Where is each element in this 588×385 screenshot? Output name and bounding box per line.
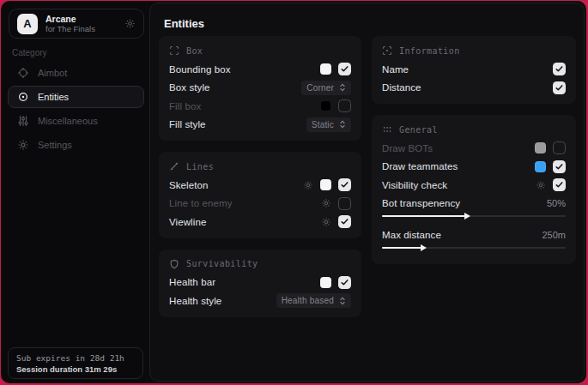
sidebar: A Arcane for The Finals Category [1, 1, 149, 383]
lines-card: Lines Skeleton [159, 152, 361, 238]
bounding-box-checkbox[interactable] [338, 63, 351, 75]
distance-checkbox[interactable] [553, 81, 566, 94]
information-card-header: Information [382, 44, 566, 57]
max-distance-value: 250m [542, 230, 566, 240]
slider-fill [382, 215, 466, 217]
app-name: Arcane [45, 14, 95, 24]
app-subtitle: for The Finals [45, 24, 95, 33]
slider-thumb[interactable] [464, 213, 470, 220]
general-card-header: General [382, 123, 566, 136]
setting-row-fill-style: Fill style Static [169, 116, 351, 135]
visibility-config-gear-icon[interactable] [536, 180, 546, 190]
sidebar-item-entities[interactable]: Entities [8, 86, 144, 108]
card-title: General [399, 125, 438, 135]
setting-row-draw-teammates: Draw teammates [382, 158, 566, 177]
setting-row-line-to-enemy: Line to enemy [169, 195, 351, 214]
setting-row-fill-box: Fill box [169, 97, 351, 116]
sidebar-item-settings[interactable]: Settings [8, 134, 144, 156]
check-icon [341, 218, 349, 226]
health-style-dropdown[interactable]: Health based [276, 293, 351, 308]
chevron-updown-icon [339, 120, 346, 129]
check-icon [555, 65, 563, 73]
entities-icon [17, 91, 29, 103]
box-style-dropdown[interactable]: Corner [301, 81, 351, 95]
visibility-check-checkbox[interactable] [553, 178, 566, 191]
card-title: Survivability [186, 259, 258, 268]
color-swatch[interactable] [535, 161, 546, 172]
color-swatch[interactable] [320, 63, 331, 75]
sidebar-item-label: Entities [38, 92, 69, 102]
category-label: Category [12, 48, 47, 57]
left-column: Box Bounding box Box style [159, 36, 361, 328]
sidebar-nav: Aimbot Entities [8, 62, 144, 156]
sidebar-item-label: Settings [38, 140, 72, 150]
color-swatch[interactable] [320, 277, 331, 288]
chevron-updown-icon [339, 297, 346, 305]
health-bar-checkbox[interactable] [338, 276, 351, 289]
box-corners-icon [169, 45, 179, 56]
setting-row-distance: Distance [382, 79, 566, 98]
app-title-block: Arcane for The Finals [45, 14, 95, 33]
viewline-checkbox[interactable] [338, 215, 351, 228]
app-header-card: A Arcane for The Finals [9, 9, 144, 39]
draw-bots-checkbox[interactable] [553, 141, 566, 154]
app-window: A Arcane for The Finals Category [1, 1, 586, 383]
line-to-enemy-checkbox[interactable] [338, 197, 351, 210]
sub-expires-text: Sub expires in 28d 21h [16, 353, 135, 363]
box-card-header: Box [169, 44, 351, 57]
skeleton-config-gear-icon[interactable] [303, 180, 313, 190]
fill-box-checkbox[interactable] [338, 99, 351, 112]
sidebar-item-label: Miscellaneous [38, 116, 98, 126]
header-gear-icon[interactable] [124, 18, 136, 29]
setting-row-bot-transparency: Bot transpenency 50% [382, 195, 566, 214]
shield-icon [169, 259, 179, 269]
app-logo: A [17, 14, 38, 34]
sidebar-item-label: Aimbot [38, 68, 67, 78]
slider-thumb[interactable] [421, 244, 427, 251]
gear-icon [17, 139, 29, 151]
setting-row-health-bar: Health bar [169, 274, 351, 292]
bot-transparency-slider[interactable] [382, 213, 566, 220]
info-scan-icon [382, 45, 392, 56]
sidebar-item-miscellaneous[interactable]: Miscellaneous [8, 110, 144, 132]
cards-columns: Box Bounding box Box style [159, 36, 577, 328]
sidebar-item-aimbot[interactable]: Aimbot [8, 62, 144, 84]
color-swatch[interactable] [320, 179, 331, 190]
check-icon [555, 84, 563, 92]
viewline-config-gear-icon[interactable] [321, 217, 331, 227]
check-icon [555, 181, 563, 189]
setting-row-box-style: Box style Corner [169, 79, 351, 98]
general-card: General Draw BOTs Draw teammates [372, 115, 576, 264]
skeleton-checkbox[interactable] [338, 178, 351, 191]
max-distance-slider[interactable] [382, 244, 566, 252]
grid-icon [382, 124, 392, 135]
check-icon [341, 181, 349, 189]
setting-row-bounding-box: Bounding box [169, 60, 351, 79]
right-column: Information Name Distance [372, 36, 576, 328]
bot-transparency-value: 50% [547, 198, 566, 208]
color-swatch[interactable] [320, 100, 331, 111]
crosshair-icon [17, 67, 29, 79]
lines-card-header: Lines [169, 159, 351, 173]
line-icon [169, 161, 179, 171]
survivability-card: Survivability Health bar Health style [159, 250, 361, 317]
page-title: Entities [164, 17, 204, 30]
subscription-box: Sub expires in 28d 21h Session duration … [8, 347, 143, 379]
setting-row-max-distance: Max distance 250m [382, 226, 566, 244]
check-icon [555, 163, 563, 171]
setting-row-health-style: Health style Health based [169, 292, 351, 310]
slider-fill [382, 247, 422, 249]
color-swatch[interactable] [535, 142, 546, 153]
check-icon [341, 65, 349, 73]
setting-row-viewline: Viewline [169, 213, 351, 232]
setting-row-name: Name [382, 60, 566, 79]
name-checkbox[interactable] [553, 63, 566, 75]
sliders-icon [17, 115, 29, 127]
session-duration-text: Session duration 31m 29s [16, 364, 135, 374]
setting-row-visibility-check: Visibility check [382, 176, 566, 195]
card-title: Information [399, 46, 460, 56]
fill-style-dropdown[interactable]: Static [306, 117, 351, 132]
chevron-updown-icon [339, 83, 346, 92]
draw-teammates-checkbox[interactable] [553, 160, 566, 173]
line-to-enemy-config-gear-icon[interactable] [321, 198, 331, 208]
